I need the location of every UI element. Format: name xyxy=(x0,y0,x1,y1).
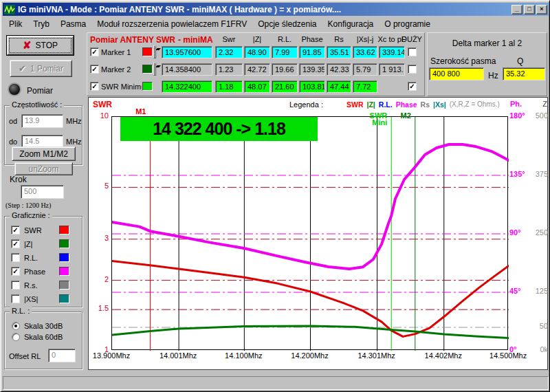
marker-color-swatch[interactable] xyxy=(142,47,153,56)
swr-axis-tick: 1.5 xyxy=(89,304,109,312)
window-title: IG miniVNA - Mode : Pomiar ANTENY SWR - … xyxy=(18,5,510,14)
freq-from-input[interactable]: 13.9 xyxy=(21,114,63,128)
z-axis-header: Z xyxy=(536,100,547,108)
menu-item-2[interactable]: Tryb xyxy=(28,18,55,30)
duzy-checkbox[interactable] xyxy=(408,47,417,56)
step-input[interactable]: 500 xyxy=(21,185,64,199)
trace-color-swatch[interactable] xyxy=(59,294,69,303)
frequency-spinner[interactable] xyxy=(153,63,161,76)
x-axis-tick: 14.100Mhz xyxy=(222,351,265,360)
marker-value-field: 21.60 xyxy=(272,80,298,93)
marker-label-M2: M2 xyxy=(401,112,411,119)
marker-row-label: Marker 2 xyxy=(101,65,142,74)
swr-min-info-box: 14 322 400 -> 1.18 xyxy=(120,117,318,141)
trace-checkbox[interactable] xyxy=(11,294,20,303)
rl-scale-radio[interactable] xyxy=(12,333,20,341)
bandwidth-label: Szerokość pasma xyxy=(430,56,496,66)
bandwidth-unit: Hz xyxy=(488,71,498,80)
menu-item-4[interactable]: Moduł rozszerzenia powielaczem F1FRV xyxy=(91,18,252,30)
offset-rl-input[interactable]: 0 xyxy=(48,349,76,362)
check-icon: ✔ xyxy=(19,63,26,74)
close-button[interactable]: × xyxy=(536,5,547,14)
spinner-down-button[interactable] xyxy=(155,45,156,58)
measure-led-label: Pomiar xyxy=(27,86,53,96)
trace-color-swatch[interactable] xyxy=(59,226,69,235)
marker-value-field: 2.32 xyxy=(215,46,243,58)
trace-checkbox[interactable]: ✓ xyxy=(11,267,20,276)
trace-color-swatch[interactable] xyxy=(59,239,69,248)
rl-group: R.L. : Offset RL 0 Skala 30dBSkala 60dB xyxy=(4,312,82,369)
freq-to-unit: MHz xyxy=(66,138,82,146)
menu-item-3[interactable]: Pasma xyxy=(55,18,91,30)
stop-button-label: STOP xyxy=(36,41,58,50)
x-axis-tick: 14.402Mhz xyxy=(422,351,465,360)
q-value-field[interactable]: 35.32 xyxy=(503,67,545,80)
marker-row: ✓Marker 214.3584001.2342.7219.66139.3542… xyxy=(87,63,425,77)
trace-row-swr: ✓SWR xyxy=(5,225,83,236)
trace-color-swatch[interactable] xyxy=(59,267,69,276)
minimize-button[interactable]: _ xyxy=(512,5,522,14)
marker-label-SWRMini: SWRMini xyxy=(370,112,388,126)
swr-min-info-text: 14 322 400 -> 1.18 xyxy=(153,119,285,139)
marker-color-swatch[interactable] xyxy=(142,65,153,74)
trace-color-swatch[interactable] xyxy=(59,253,69,262)
marker-label-line: Mini xyxy=(370,119,388,126)
freq-from-unit: MHz xyxy=(66,117,82,125)
bandwidth-value-field[interactable]: 400 800 xyxy=(429,67,484,80)
offset-rl-label: Offset RL xyxy=(9,352,41,360)
trace-label: R.L. xyxy=(24,254,38,262)
menu-item-5[interactable]: Opcje śledzenia xyxy=(252,18,322,30)
trace-label: Phase xyxy=(24,268,45,276)
x-axis-tick: 14.500Mhz xyxy=(487,351,529,360)
frequency-spinner[interactable] xyxy=(153,46,161,58)
delta-title: Delta marker 1 al 2 xyxy=(428,39,547,48)
measure-led-icon xyxy=(8,83,21,96)
menu-item-1[interactable]: Plik xyxy=(3,18,28,30)
trace-label: |XS| xyxy=(24,295,38,303)
trace-color-swatch[interactable] xyxy=(59,281,69,290)
rl-scale-radio[interactable] xyxy=(12,322,20,330)
marker-value-field: 1.18 xyxy=(215,80,243,93)
spinner-down-icon xyxy=(157,48,161,50)
marker-enable-checkbox[interactable]: ✓ xyxy=(90,65,99,74)
marker-color-swatch[interactable] xyxy=(142,82,153,91)
plot-area[interactable] xyxy=(111,116,508,350)
marker-frequency-field[interactable]: 14.358400 xyxy=(162,63,212,76)
marker-label-line: M2 xyxy=(401,112,411,119)
trace-checkbox[interactable]: ✓ xyxy=(11,226,20,235)
z-axis-tick: 375 xyxy=(531,170,548,178)
maximize-button[interactable]: □ xyxy=(524,5,535,14)
duzy-checkbox[interactable] xyxy=(408,65,417,74)
marker-value-field: 48.07 xyxy=(244,80,270,93)
spinner-down-icon xyxy=(157,65,161,67)
spinner-down-button[interactable] xyxy=(155,63,156,76)
stop-button[interactable]: ✘ STOP xyxy=(7,36,74,55)
trace-checkbox[interactable] xyxy=(11,253,20,262)
zoom-m1-m2-button[interactable]: Zoom M1/M2 xyxy=(12,146,76,161)
marker-value-field: 91.85 xyxy=(299,46,325,58)
chart-legend: SWR|Z|R.L.PhaseRs|Xs|(X,R,Z = Ohms.) xyxy=(346,100,500,109)
marker-row: ✓SWR Minimu14.3224001.1848.0721.60103.81… xyxy=(87,80,425,94)
menu-item-6[interactable]: Konfiguracja xyxy=(322,18,380,30)
marker-enable-checkbox[interactable]: ✓ xyxy=(90,47,99,56)
chart-panel: SWR Legenda : SWR|Z|R.L.PhaseRs|Xs|(X,R,… xyxy=(88,97,548,370)
marker-enable-checkbox[interactable]: ✓ xyxy=(90,82,99,91)
marker-value-field: 7.72 xyxy=(353,80,377,93)
marker-row: ✓Marker 113.9576002.3248.907.9991.8535.5… xyxy=(87,46,425,60)
rl-scale-label: Skala 30dB xyxy=(24,322,63,330)
duzy-checkbox[interactable]: ✓ xyxy=(408,82,417,91)
single-measure-button[interactable]: ✔ 1 Pomiar xyxy=(10,60,72,77)
traces-group-title: Graficznie : xyxy=(10,211,52,219)
rl-scale-label: Skala 60dB xyxy=(24,333,63,341)
marker-frequency-field[interactable]: 13.957600 xyxy=(162,46,212,58)
x-axis-tick: 14.200Mhz xyxy=(289,351,331,360)
trace-checkbox[interactable]: ✓ xyxy=(11,239,20,248)
marker-frequency-field[interactable]: 14.322400 xyxy=(162,80,212,93)
marker-value-field: 1.23 xyxy=(215,63,243,76)
trace-checkbox[interactable] xyxy=(11,281,20,290)
menu-item-7[interactable]: O programie xyxy=(379,18,436,30)
marker-value-field: 42.33 xyxy=(327,63,351,76)
unzoom-button[interactable]: unZoom xyxy=(14,162,73,175)
legend-item-7: (X,R,Z = Ohms.) xyxy=(450,100,500,109)
marker-value-field: 139.35 xyxy=(299,63,325,76)
